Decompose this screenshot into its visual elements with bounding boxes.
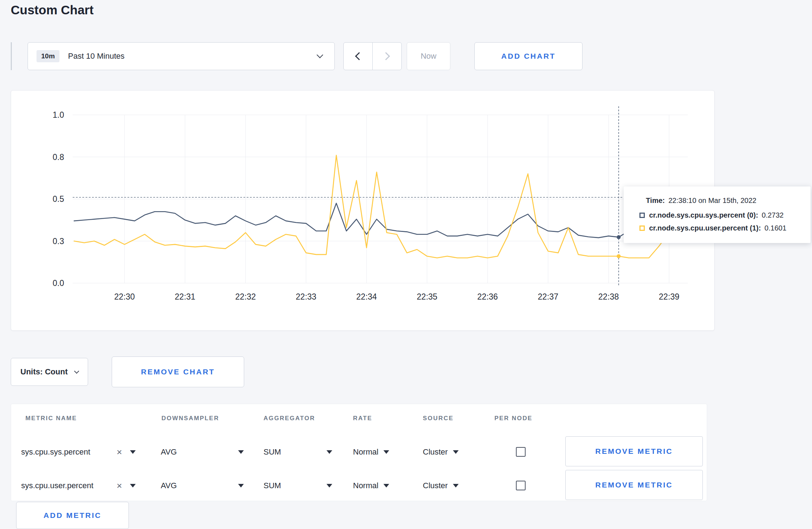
y-axis-label: 1.0 <box>53 110 64 120</box>
caret-down-icon[interactable] <box>130 484 136 487</box>
col-header-aggregator: AGGREGATOR <box>264 415 315 422</box>
caret-down-icon <box>327 450 332 454</box>
x-axis-label: 22:37 <box>538 292 559 301</box>
metric-name-select[interactable]: sys.cpu.sys.percent × <box>21 443 136 461</box>
x-axis-label: 22:34 <box>356 292 377 301</box>
time-prev-button[interactable] <box>343 42 373 70</box>
chevron-left-icon <box>355 52 363 60</box>
x-axis-label: 22:35 <box>417 292 438 301</box>
rate-select[interactable]: Normal <box>353 443 389 461</box>
series-user-swatch-icon <box>639 225 645 231</box>
x-axis-label: 22:30 <box>114 292 135 301</box>
tooltip-time-row: Time:22:38:10 on Mar 15th, 2022 <box>646 196 800 205</box>
col-header-downsampler: DOWNSAMPLER <box>161 415 219 422</box>
add-chart-button[interactable]: ADD CHART <box>474 42 583 70</box>
tooltip-series-label: cr.node.sys.cpu.sys.percent (0): <box>649 211 758 219</box>
metric-name: sys.cpu.sys.percent <box>21 447 90 457</box>
caret-down-icon <box>453 450 459 454</box>
chevron-down-icon <box>316 52 323 58</box>
x-axis-label: 22:31 <box>175 292 195 301</box>
caret-down-icon <box>383 450 389 454</box>
remove-metric-button[interactable]: REMOVE METRIC <box>565 436 703 466</box>
x-axis-label: 22:32 <box>235 292 256 301</box>
downsampler-value: AVG <box>161 481 177 490</box>
units-label: Units: Count <box>20 367 68 377</box>
chevron-down-icon <box>74 369 79 374</box>
y-axis-label: 0.3 <box>53 237 64 246</box>
toolbar-divider <box>11 42 12 70</box>
crosshair-dot <box>617 235 621 239</box>
per-node-checkbox[interactable] <box>516 481 526 490</box>
time-next-button[interactable] <box>372 42 402 70</box>
tooltip-series-value: 0.1601 <box>764 224 786 232</box>
x-axis-label: 22:36 <box>477 292 498 301</box>
series-line <box>74 155 679 258</box>
aggregator-select[interactable]: SUM <box>264 443 332 461</box>
time-range-badge: 10m <box>37 50 59 62</box>
metric-name-select[interactable]: sys.cpu.user.percent × <box>21 477 136 494</box>
caret-down-icon[interactable] <box>130 450 136 454</box>
y-axis-label: 0.8 <box>53 152 64 162</box>
source-value: Cluster <box>423 481 448 490</box>
units-dropdown[interactable]: Units: Count <box>11 358 88 386</box>
tooltip-series-label: cr.node.sys.cpu.user.percent (1): <box>649 224 761 232</box>
rate-value: Normal <box>353 447 378 457</box>
y-axis-label: 0.0 <box>53 278 64 288</box>
tooltip-time-value: 22:38:10 on Mar 15th, 2022 <box>668 196 757 204</box>
time-range-dropdown[interactable]: 10m Past 10 Minutes <box>28 42 335 70</box>
remove-chart-button[interactable]: REMOVE CHART <box>112 356 244 387</box>
add-metric-button[interactable]: ADD METRIC <box>16 502 129 529</box>
caret-down-icon <box>453 484 459 487</box>
per-node-checkbox[interactable] <box>516 447 526 457</box>
series-line <box>74 203 679 238</box>
aggregator-value: SUM <box>264 447 281 457</box>
chart-tooltip: Time:22:38:10 on Mar 15th, 2022 cr.node.… <box>624 186 811 243</box>
tooltip-series-row: cr.node.sys.cpu.sys.percent (0): 0.2732 <box>639 211 800 219</box>
tooltip-series-value: 0.2732 <box>762 211 784 219</box>
caret-down-icon <box>383 484 389 487</box>
tooltip-time-label: Time: <box>646 196 665 204</box>
time-series-chart[interactable]: 1.00.80.50.30.022:3022:3122:3222:3322:34… <box>11 91 714 330</box>
rate-value: Normal <box>353 481 378 490</box>
crosshair-dot <box>617 254 621 258</box>
remove-metric-button[interactable]: REMOVE METRIC <box>565 470 703 500</box>
caret-down-icon <box>327 484 332 487</box>
source-select[interactable]: Cluster <box>423 477 459 494</box>
metrics-table: METRIC NAME DOWNSAMPLER AGGREGATOR RATE … <box>11 404 707 501</box>
y-axis-label: 0.5 <box>53 194 64 204</box>
downsampler-value: AVG <box>161 447 177 457</box>
custom-chart-page: Custom Chart 10m Past 10 Minutes Now ADD… <box>0 0 812 529</box>
time-range-label: Past 10 Minutes <box>68 52 125 61</box>
chart-panel: 1.00.80.50.30.022:3022:3122:3222:3322:34… <box>11 90 715 331</box>
downsampler-select[interactable]: AVG <box>161 443 244 461</box>
source-value: Cluster <box>423 447 448 457</box>
now-button[interactable]: Now <box>407 42 450 70</box>
time-pager <box>343 42 402 70</box>
rate-select[interactable]: Normal <box>353 477 389 494</box>
source-select[interactable]: Cluster <box>423 443 459 461</box>
x-axis-label: 22:39 <box>659 292 680 301</box>
downsampler-select[interactable]: AVG <box>161 477 244 494</box>
caret-down-icon <box>238 450 244 454</box>
caret-down-icon <box>238 484 244 487</box>
tooltip-series-row: cr.node.sys.cpu.user.percent (1): 0.1601 <box>639 224 800 232</box>
remove-token-icon[interactable]: × <box>117 447 122 457</box>
remove-token-icon[interactable]: × <box>117 481 122 490</box>
x-axis-label: 22:38 <box>598 292 619 301</box>
metric-name: sys.cpu.user.percent <box>21 481 93 490</box>
col-header-source: SOURCE <box>423 415 454 422</box>
col-header-metric-name: METRIC NAME <box>25 415 77 422</box>
series-sys-swatch-icon <box>639 213 645 218</box>
aggregator-select[interactable]: SUM <box>264 477 332 494</box>
aggregator-value: SUM <box>264 481 281 490</box>
x-axis-label: 22:33 <box>296 292 316 301</box>
col-header-rate: RATE <box>353 415 372 422</box>
chevron-right-icon <box>382 52 390 60</box>
col-header-per-node: PER NODE <box>494 415 532 422</box>
page-title: Custom Chart <box>11 3 93 17</box>
